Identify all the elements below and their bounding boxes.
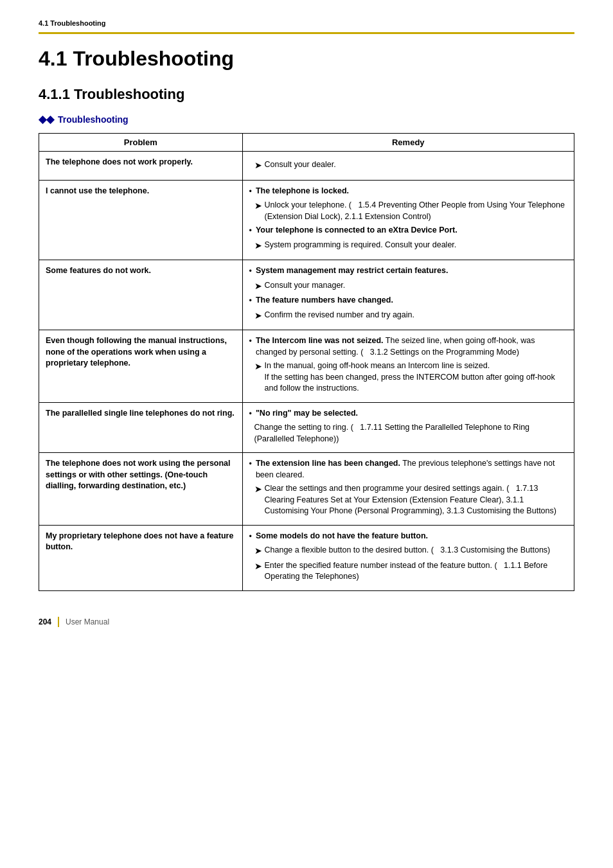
bullet-dot: • <box>249 459 252 470</box>
table-row: The telephone does not work using the pe… <box>39 453 574 526</box>
problem-cell: I cannot use the telephone. <box>39 180 243 260</box>
table-row: Even though following the manual instruc… <box>39 330 574 403</box>
arrow-item: ➤Change a flexible button to the desired… <box>254 545 567 558</box>
arrow-text: Unlock your telephone. ( 1.5.4 Preventin… <box>265 200 567 222</box>
col-header-problem: Problem <box>39 134 243 152</box>
diamond-title: ◆◆ Troubleshooting <box>39 113 574 125</box>
arrow-icon: ➤ <box>254 159 262 172</box>
table-row: My proprietary telephone does not have a… <box>39 525 574 590</box>
diamond-icon: ◆◆ <box>39 113 54 125</box>
arrow-text: Enter the specified feature number inste… <box>265 560 567 583</box>
arrow-item: ➤System programming is required. Consult… <box>254 240 567 252</box>
remedy-cell: •Some models do not have the feature but… <box>242 525 574 590</box>
arrow-item: ➤Unlock your telephone. ( 1.5.4 Preventi… <box>254 200 567 222</box>
remedy-cell: ➤Consult your dealer. <box>242 152 574 181</box>
remedy-cell: •The Intercom line was not seized. The s… <box>242 330 574 403</box>
plain-item: Change the setting to ring. ( 1.7.11 Set… <box>249 422 567 445</box>
arrow-icon: ➤ <box>254 310 262 323</box>
bullet-dot: • <box>249 409 252 420</box>
problem-cell: The telephone does not work using the pe… <box>39 453 243 526</box>
bullet-text: The telephone is locked. <box>256 186 349 197</box>
problem-cell: My proprietary telephone does not have a… <box>39 525 243 590</box>
arrow-icon: ➤ <box>254 360 262 373</box>
arrow-text: Consult your dealer. <box>265 159 567 171</box>
bullet-mixed-item: •The extension line has been changed. Th… <box>249 458 567 481</box>
section-title: 4.1 Troubleshooting <box>39 47 574 71</box>
table-row: The telephone does not work properly.➤Co… <box>39 152 574 181</box>
arrow-text: Change a flexible button to the desired … <box>265 545 567 556</box>
arrow-text: System programming is required. Consult … <box>265 240 567 251</box>
subsection-title: 4.1.1 Troubleshooting <box>39 86 574 103</box>
footer-label: User Manual <box>66 617 109 626</box>
arrow-item: ➤Clear the settings and then programme y… <box>254 483 567 517</box>
arrow-item: ➤Enter the specified feature number inst… <box>254 560 567 583</box>
bullet-bold-item: •Your telephone is connected to an eXtra… <box>249 225 567 237</box>
remedy-cell: •System management may restrict certain … <box>242 260 574 330</box>
arrow-text: Consult your manager. <box>265 280 567 292</box>
bullet-text: The feature numbers have changed. <box>256 295 393 306</box>
arrow-text: Confirm the revised number and try again… <box>265 310 567 321</box>
bullet-bold-item: •System management may restrict certain … <box>249 265 567 278</box>
bullet-text: The Intercom line was not seized. The se… <box>256 335 567 358</box>
diamond-title-text: Troubleshooting <box>58 114 129 125</box>
arrow-icon: ➤ <box>254 200 262 213</box>
arrow-text: Clear the settings and then programme yo… <box>265 483 567 517</box>
problem-cell: Some features do not work. <box>39 260 243 330</box>
bullet-text: The extension line has been changed. The… <box>256 458 567 481</box>
problem-cell: The parallelled single line telephones d… <box>39 402 243 453</box>
arrow-item: ➤Consult your dealer. <box>254 159 567 172</box>
arrow-item: ➤In the manual, going off-hook means an … <box>254 360 567 394</box>
bullet-dot: • <box>249 296 252 307</box>
bullet-dot: • <box>249 226 252 237</box>
table-row: The parallelled single line telephones d… <box>39 402 574 453</box>
remedy-cell: •The telephone is locked.➤Unlock your te… <box>242 180 574 260</box>
bullet-dot: • <box>249 531 252 543</box>
table-row: I cannot use the telephone.•The telephon… <box>39 180 574 260</box>
arrow-text: In the manual, going off-hook means an I… <box>265 360 567 394</box>
header-small-label: 4.1 Troubleshooting <box>39 19 574 27</box>
arrow-item: ➤Confirm the revised number and try agai… <box>254 310 567 323</box>
table-row: Some features do not work.•System manage… <box>39 260 574 330</box>
arrow-icon: ➤ <box>254 545 262 558</box>
problem-cell: The telephone does not work properly. <box>39 152 243 181</box>
remedy-cell: •The extension line has been changed. Th… <box>242 453 574 526</box>
header-bar: 4.1 Troubleshooting <box>39 19 574 34</box>
arrow-icon: ➤ <box>254 560 262 573</box>
bullet-dot: • <box>249 336 252 348</box>
bullet-text: Some models do not have the feature butt… <box>256 531 428 542</box>
bullet-bold-item: •Some models do not have the feature but… <box>249 531 567 543</box>
col-header-remedy: Remedy <box>242 134 574 152</box>
footer: 204 User Manual <box>39 617 574 627</box>
page-number: 204 <box>39 617 51 626</box>
arrow-icon: ➤ <box>254 483 262 496</box>
bullet-dot: • <box>249 186 252 198</box>
bullet-text: Your telephone is connected to an eXtra … <box>256 225 458 236</box>
footer-divider <box>58 617 59 627</box>
troubleshooting-table: Problem Remedy The telephone does not wo… <box>39 133 574 591</box>
arrow-item: ➤Consult your manager. <box>254 280 567 293</box>
bullet-mixed-item: •"No ring" may be selected. <box>249 408 567 420</box>
bullet-text: "No ring" may be selected. <box>256 408 358 420</box>
problem-cell: Even though following the manual instruc… <box>39 330 243 403</box>
bullet-dot: • <box>249 266 252 278</box>
bullet-mixed-item: •The Intercom line was not seized. The s… <box>249 335 567 358</box>
arrow-icon: ➤ <box>254 240 262 252</box>
bullet-bold-item: •The feature numbers have changed. <box>249 295 567 307</box>
remedy-cell: •"No ring" may be selected.Change the se… <box>242 402 574 453</box>
bullet-text: System management may restrict certain f… <box>256 265 448 277</box>
bullet-bold-item: •The telephone is locked. <box>249 186 567 198</box>
arrow-icon: ➤ <box>254 280 262 293</box>
